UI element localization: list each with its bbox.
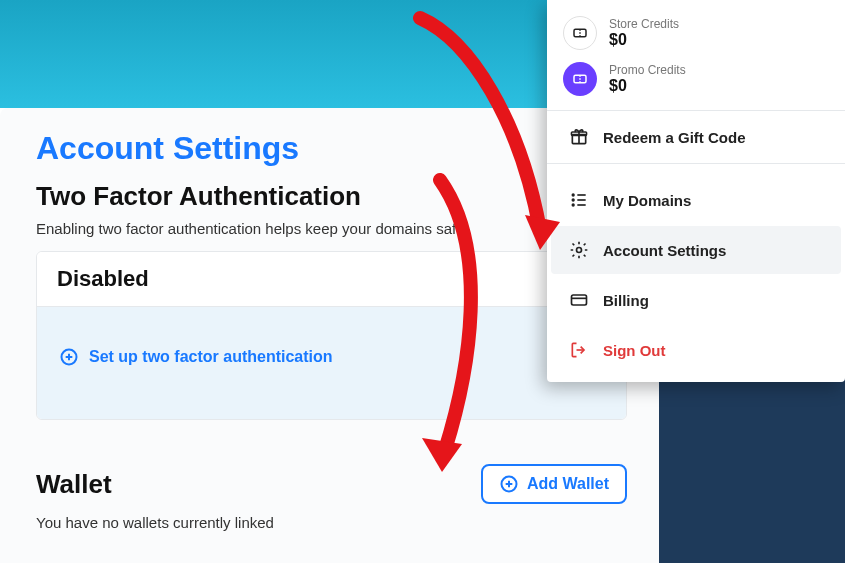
my-domains-label: My Domains bbox=[603, 192, 691, 209]
tfa-card: Disabled Set up two factor authenticatio… bbox=[36, 251, 627, 420]
credits-block: Store Credits $0 Promo Credits $0 bbox=[547, 0, 845, 110]
store-credits-value: $0 bbox=[609, 31, 679, 49]
wallet-empty-text: You have no wallets currently linked bbox=[36, 514, 627, 531]
ticket-icon bbox=[563, 62, 597, 96]
ticket-icon bbox=[563, 16, 597, 50]
tfa-section-description: Enabling two factor authentication helps… bbox=[36, 220, 627, 237]
add-wallet-label: Add Wallet bbox=[527, 475, 609, 493]
tfa-card-body: Set up two factor authentication bbox=[37, 307, 626, 419]
sign-out-label: Sign Out bbox=[603, 342, 666, 359]
store-credits-text: Store Credits $0 bbox=[609, 17, 679, 49]
store-credits-label: Store Credits bbox=[609, 17, 679, 31]
gear-icon bbox=[569, 240, 589, 260]
promo-credits-text: Promo Credits $0 bbox=[609, 63, 686, 95]
promo-credits-value: $0 bbox=[609, 77, 686, 95]
redeem-gift-code-label: Redeem a Gift Code bbox=[603, 129, 746, 146]
card-icon bbox=[569, 290, 589, 310]
redeem-gift-code-item[interactable]: Redeem a Gift Code bbox=[551, 113, 841, 161]
my-domains-item[interactable]: My Domains bbox=[551, 176, 841, 224]
billing-label: Billing bbox=[603, 292, 649, 309]
plus-circle-icon bbox=[59, 347, 79, 367]
wallet-header-row: Wallet Add Wallet bbox=[36, 464, 627, 504]
store-credits-row[interactable]: Store Credits $0 bbox=[563, 16, 829, 50]
plus-circle-icon bbox=[499, 474, 519, 494]
add-wallet-button[interactable]: Add Wallet bbox=[481, 464, 627, 504]
sign-out-item[interactable]: Sign Out bbox=[551, 326, 841, 374]
svg-point-13 bbox=[572, 194, 574, 196]
list-icon bbox=[569, 190, 589, 210]
tfa-status: Disabled bbox=[37, 252, 626, 307]
svg-point-14 bbox=[572, 199, 574, 201]
account-settings-label: Account Settings bbox=[603, 242, 726, 259]
page-title: Account Settings bbox=[36, 130, 627, 167]
promo-credits-row[interactable]: Promo Credits $0 bbox=[563, 62, 829, 96]
tfa-section-title: Two Factor Authentication bbox=[36, 181, 627, 212]
account-dropdown: Store Credits $0 Promo Credits $0 bbox=[547, 0, 845, 382]
gift-icon bbox=[569, 127, 589, 147]
sign-out-icon bbox=[569, 340, 589, 360]
account-settings-item[interactable]: Account Settings bbox=[551, 226, 841, 274]
svg-point-19 bbox=[577, 248, 582, 253]
wallet-section-title: Wallet bbox=[36, 469, 112, 500]
divider bbox=[547, 110, 845, 111]
setup-tfa-label: Set up two factor authentication bbox=[89, 348, 333, 366]
svg-point-15 bbox=[572, 204, 574, 206]
promo-credits-label: Promo Credits bbox=[609, 63, 686, 77]
billing-item[interactable]: Billing bbox=[551, 276, 841, 324]
setup-tfa-link[interactable]: Set up two factor authentication bbox=[59, 347, 333, 367]
svg-rect-20 bbox=[572, 295, 587, 305]
